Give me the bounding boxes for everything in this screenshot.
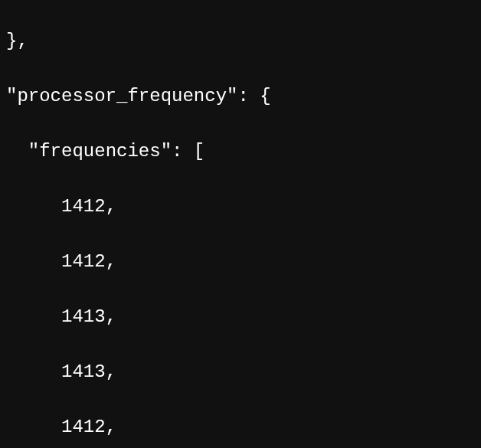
json-number: 1412, [61, 417, 116, 437]
closing-brace: }, [6, 31, 28, 51]
json-number: 1412, [61, 251, 116, 272]
code-line: 1413, [6, 303, 475, 331]
separator: : { [237, 86, 270, 106]
json-number: 1413, [61, 306, 116, 327]
code-line: 1412, [6, 414, 475, 441]
json-key-processor-frequency: "processor_frequency" [6, 86, 237, 106]
code-line: 1413, [6, 358, 475, 386]
code-line: 1412, [6, 248, 475, 276]
json-number: 1412, [61, 196, 116, 217]
json-number: 1413, [61, 361, 116, 382]
code-line: "frequencies": [ [6, 138, 475, 165]
json-code-block[interactable]: }, "processor_frequency": { "frequencies… [0, 0, 481, 448]
code-line: }, [6, 28, 475, 55]
code-line: "processor_frequency": { [6, 83, 475, 110]
json-key-frequencies: "frequencies" [28, 141, 172, 162]
code-line: 1412, [6, 193, 475, 221]
separator: : [ [172, 141, 205, 162]
